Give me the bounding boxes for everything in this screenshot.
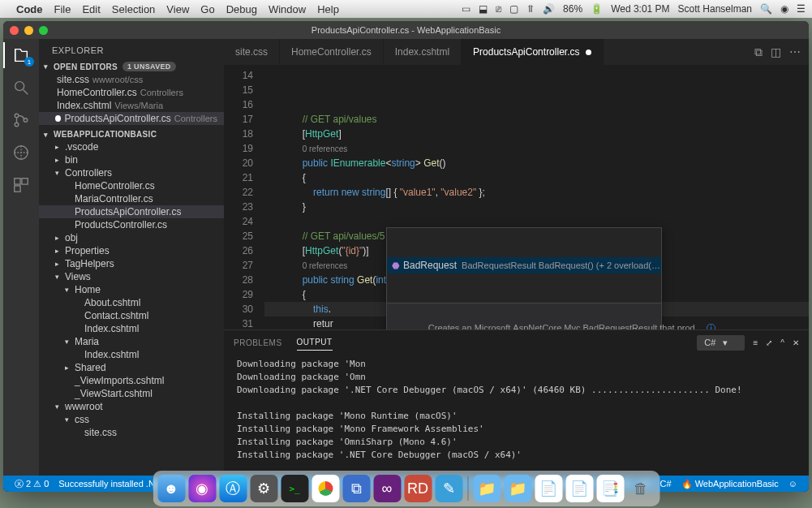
tree-file[interactable]: Contact.cshtml xyxy=(39,309,224,322)
close-panel-icon[interactable]: ✕ xyxy=(793,338,799,347)
extensions-icon[interactable] xyxy=(11,175,31,195)
tree-file[interactable]: site.css xyxy=(39,426,224,439)
siri-icon[interactable]: ◉ xyxy=(780,3,788,15)
dock-settings[interactable]: ⚙ xyxy=(250,475,277,502)
output-channel-select[interactable]: C# ▾ xyxy=(697,335,745,351)
tree-folder[interactable]: ▸obj xyxy=(39,231,224,244)
tree-folder[interactable]: ▾Maria xyxy=(39,335,224,348)
dock-doc1[interactable]: 📄 xyxy=(535,475,562,502)
dock-folder2[interactable]: 📁 xyxy=(504,475,531,502)
open-editor-item[interactable]: ProductsApiController.csControllers xyxy=(39,112,224,125)
dock-finder[interactable]: ☻ xyxy=(157,475,185,502)
spotlight-icon[interactable]: 🔍 xyxy=(760,3,772,15)
menu-view[interactable]: View xyxy=(166,3,189,15)
tree-folder[interactable]: ▸.vscode xyxy=(39,140,224,153)
dock-siri[interactable]: ◉ xyxy=(188,475,216,502)
tree-file[interactable]: _ViewStart.cshtml xyxy=(39,387,224,400)
dock-app1[interactable]: ✎ xyxy=(435,475,462,502)
more-actions-icon[interactable]: ⋯ xyxy=(789,45,801,58)
battery-percent[interactable]: 86% xyxy=(563,3,582,15)
tree-file[interactable]: Index.cshtml xyxy=(39,322,224,335)
airplay-icon[interactable]: ▢ xyxy=(509,3,518,15)
user-name[interactable]: Scott Hanselman xyxy=(678,3,752,15)
menu-window[interactable]: Window xyxy=(269,3,306,15)
datetime[interactable]: Wed 3:01 PM xyxy=(611,3,669,15)
notification-icon[interactable]: ☰ xyxy=(797,3,806,15)
menu-edit[interactable]: Edit xyxy=(82,3,100,15)
maximize-panel-icon[interactable]: ^ xyxy=(780,338,784,347)
compare-icon[interactable]: ⧉ xyxy=(754,45,763,59)
panel-tab-problems[interactable]: PROBLEMS xyxy=(234,335,282,351)
display-icon[interactable]: ⎚ xyxy=(496,3,501,15)
code-content[interactable]: // GET api/values [HttpGet] 0 references… xyxy=(264,65,809,329)
dock-vscode[interactable]: ⧉ xyxy=(342,475,370,502)
sidebar-title: EXPLORER xyxy=(39,39,224,58)
tree-file[interactable]: Index.cshtml xyxy=(39,348,224,361)
dock-terminal[interactable]: >_ xyxy=(281,475,308,502)
open-editor-item[interactable]: Index.cshtmlViews/Maria xyxy=(39,99,224,112)
tree-folder[interactable]: ▸bin xyxy=(39,153,224,166)
editor-tab[interactable]: site.css xyxy=(224,39,280,65)
output-content[interactable]: Downloading package 'Mon Downloading pac… xyxy=(224,355,809,476)
app-name[interactable]: Code xyxy=(16,3,43,15)
tree-file[interactable]: _ViewImports.cshtml xyxy=(39,374,224,387)
maximize-window-button[interactable] xyxy=(39,26,48,35)
minimize-window-button[interactable] xyxy=(24,26,33,35)
tree-folder[interactable]: ▸Properties xyxy=(39,244,224,257)
tree-file[interactable]: About.cshtml xyxy=(39,296,224,309)
tree-folder[interactable]: ▾Controllers xyxy=(39,166,224,179)
menu-debug[interactable]: Debug xyxy=(226,3,257,15)
dock-trash[interactable]: 🗑 xyxy=(627,475,655,502)
status-errors[interactable]: ⓧ 2 ⚠ 0 xyxy=(10,478,54,490)
panel-tab-output[interactable]: OUTPUT xyxy=(297,334,333,351)
tree-file[interactable]: MariaController.cs xyxy=(39,192,224,205)
menu-help[interactable]: Help xyxy=(317,3,339,15)
battery-icon[interactable]: 🔋 xyxy=(591,3,603,15)
wifi-icon[interactable]: ⥣ xyxy=(526,3,535,15)
dropbox-icon[interactable]: ⬓ xyxy=(479,3,488,15)
dock-doc3[interactable]: 📑 xyxy=(596,475,624,502)
close-window-button[interactable] xyxy=(10,26,19,35)
clear-output-icon[interactable]: ≡ xyxy=(753,338,758,347)
intellisense-item-selected[interactable]: ⬣ BadRequest BadRequestResult BadRequest… xyxy=(387,257,661,273)
project-header[interactable]: ▾ WEBAPPLICATIONBASIC xyxy=(39,128,224,140)
volume-icon[interactable]: 🔊 xyxy=(543,3,555,15)
dock-rider[interactable]: RD xyxy=(404,475,432,502)
split-editor-icon[interactable]: ◫ xyxy=(771,45,781,58)
intellisense-popup[interactable]: ⬣ BadRequest BadRequestResult BadRequest… xyxy=(386,227,662,329)
dock-appstore[interactable]: Ⓐ xyxy=(219,475,247,502)
editor-tab[interactable]: Index.cshtml xyxy=(384,39,462,65)
tree-folder[interactable]: ▾css xyxy=(39,413,224,426)
tree-folder[interactable]: ▾Views xyxy=(39,270,224,283)
status-project[interactable]: 🔥 WebApplicationBasic xyxy=(677,479,784,489)
dock-folder1[interactable]: 📁 xyxy=(473,475,501,502)
dock: ☻ ◉ Ⓐ ⚙ >_ ⧉ ∞ RD ✎ 📁 📁 📄 📄 📑 🗑 xyxy=(153,471,659,506)
dock-chrome[interactable] xyxy=(311,475,339,502)
tree-file[interactable]: ProductsApiController.cs xyxy=(39,205,224,218)
editor-body[interactable]: 1415161718192021222324252627282930313233… xyxy=(224,65,809,329)
explorer-icon[interactable]: 1 xyxy=(11,45,31,65)
dock-doc2[interactable]: 📄 xyxy=(565,475,593,502)
tree-folder[interactable]: ▸Shared xyxy=(39,361,224,374)
tree-folder[interactable]: ▸TagHelpers xyxy=(39,257,224,270)
dock-visualstudio[interactable]: ∞ xyxy=(373,475,401,502)
menu-file[interactable]: File xyxy=(54,3,71,15)
tree-folder[interactable]: ▾Home xyxy=(39,283,224,296)
search-icon[interactable] xyxy=(11,78,31,97)
debug-icon[interactable] xyxy=(11,143,31,162)
open-editor-item[interactable]: HomeController.csControllers xyxy=(39,86,224,99)
menu-selection[interactable]: Selection xyxy=(112,3,155,15)
menubar-icon[interactable]: ▭ xyxy=(462,3,470,15)
source-control-icon[interactable] xyxy=(11,110,31,130)
tree-folder[interactable]: ▾wwwroot xyxy=(39,400,224,413)
open-editor-item[interactable]: site.csswwwroot/css xyxy=(39,73,224,86)
menu-go[interactable]: Go xyxy=(200,3,214,15)
editor-tab[interactable]: ProductsApiController.cs xyxy=(462,39,604,65)
status-feedback-icon[interactable]: ☺ xyxy=(784,479,802,489)
open-editors-header[interactable]: ▾ OPEN EDITORS 1 UNSAVED xyxy=(39,60,224,73)
editor-tab[interactable]: HomeController.cs xyxy=(280,39,384,65)
open-log-icon[interactable]: ⤢ xyxy=(766,338,772,347)
tree-file[interactable]: HomeController.cs xyxy=(39,179,224,192)
mac-menubar: Code File Edit Selection View Go Debug W… xyxy=(0,0,812,18)
tree-file[interactable]: ProductsController.cs xyxy=(39,218,224,231)
